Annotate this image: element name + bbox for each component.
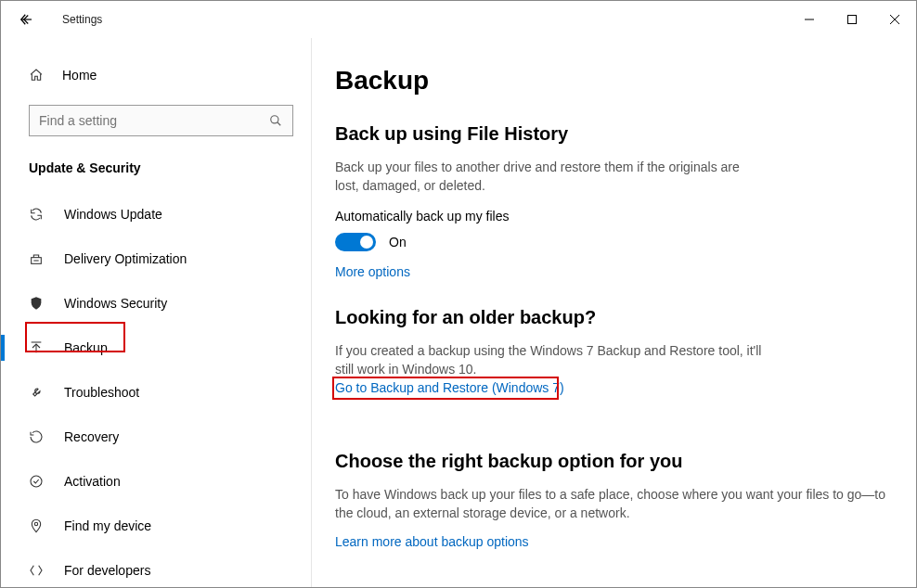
window-title: Settings	[62, 13, 102, 26]
search-box[interactable]	[29, 105, 293, 136]
sidebar-item-label: Delivery Optimization	[64, 251, 187, 266]
sync-icon	[29, 207, 44, 222]
sidebar-item-label: Activation	[64, 474, 121, 489]
svg-point-11	[31, 476, 42, 487]
titlebar-left: Settings	[18, 11, 102, 28]
sidebar-item-for-developers[interactable]: For developers	[1, 548, 292, 587]
section-file-history-heading: Back up using File History	[335, 123, 888, 145]
section-older-backup-desc: If you created a backup using the Window…	[335, 341, 762, 379]
back-icon[interactable]	[18, 11, 34, 28]
body: Home Update & Security Windows Update	[1, 38, 916, 587]
shield-icon	[29, 296, 44, 311]
search-icon	[268, 113, 283, 128]
learn-more-backup-link[interactable]: Learn more about backup options	[335, 534, 529, 549]
auto-backup-toggle[interactable]	[335, 233, 376, 251]
sidebar-item-label: Windows Update	[64, 207, 162, 222]
backup-icon	[29, 340, 44, 355]
backup-restore-link-container: Go to Backup and Restore (Windows 7)	[335, 380, 564, 395]
wrench-icon	[29, 385, 44, 400]
window-controls	[788, 1, 916, 38]
home-label: Home	[62, 68, 97, 83]
nav-list: Windows Update Delivery Optimization Win…	[1, 192, 292, 587]
page-title: Backup	[335, 66, 888, 96]
sidebar: Home Update & Security Windows Update	[1, 38, 312, 587]
svg-point-5	[271, 116, 278, 123]
toggle-label: Automatically back up my files	[335, 209, 888, 224]
search-input[interactable]	[39, 113, 268, 128]
sidebar-item-label: Troubleshoot	[64, 385, 139, 400]
sidebar-item-recovery[interactable]: Recovery	[1, 415, 292, 459]
section-title: Update & Security	[29, 160, 292, 175]
delivery-icon	[29, 251, 44, 266]
more-options-link[interactable]: More options	[335, 264, 410, 279]
active-indicator	[1, 335, 5, 361]
location-icon	[29, 518, 44, 533]
sidebar-item-activation[interactable]: Activation	[1, 459, 292, 504]
svg-point-12	[34, 522, 37, 525]
toggle-knob	[360, 236, 373, 249]
sidebar-item-label: For developers	[64, 563, 150, 578]
sidebar-item-delivery-optimization[interactable]: Delivery Optimization	[1, 236, 292, 281]
section-older-backup-heading: Looking for an older backup?	[335, 307, 888, 328]
sidebar-item-windows-update[interactable]: Windows Update	[1, 192, 292, 236]
home-icon	[29, 68, 44, 83]
settings-window: Settings Home	[0, 0, 917, 588]
close-button[interactable]	[873, 1, 916, 38]
sidebar-item-label: Recovery	[64, 429, 119, 444]
home-nav[interactable]: Home	[29, 57, 292, 94]
sidebar-item-label: Find my device	[64, 518, 151, 533]
section-choose-option-desc: To have Windows back up your files to a …	[335, 485, 888, 523]
sidebar-item-label: Backup	[64, 340, 108, 355]
svg-line-6	[278, 122, 281, 126]
backup-restore-win7-link[interactable]: Go to Backup and Restore (Windows 7)	[335, 380, 564, 395]
content: Backup Back up using File History Back u…	[312, 38, 916, 587]
toggle-row: On	[335, 233, 888, 251]
sidebar-item-windows-security[interactable]: Windows Security	[1, 281, 292, 326]
svg-rect-2	[848, 16, 857, 24]
minimize-button[interactable]	[788, 1, 831, 38]
section-file-history-desc: Back up your files to another drive and …	[335, 158, 762, 196]
toggle-state-text: On	[389, 235, 407, 249]
maximize-button[interactable]	[831, 1, 873, 38]
titlebar: Settings	[1, 1, 916, 38]
check-icon	[29, 474, 44, 489]
developers-icon	[29, 563, 44, 578]
section-choose-option-heading: Choose the right backup option for you	[335, 451, 888, 472]
sidebar-item-find-my-device[interactable]: Find my device	[1, 504, 292, 548]
recovery-icon	[29, 429, 44, 444]
sidebar-item-backup[interactable]: Backup	[1, 326, 292, 370]
sidebar-item-label: Windows Security	[64, 296, 167, 311]
sidebar-item-troubleshoot[interactable]: Troubleshoot	[1, 370, 292, 415]
